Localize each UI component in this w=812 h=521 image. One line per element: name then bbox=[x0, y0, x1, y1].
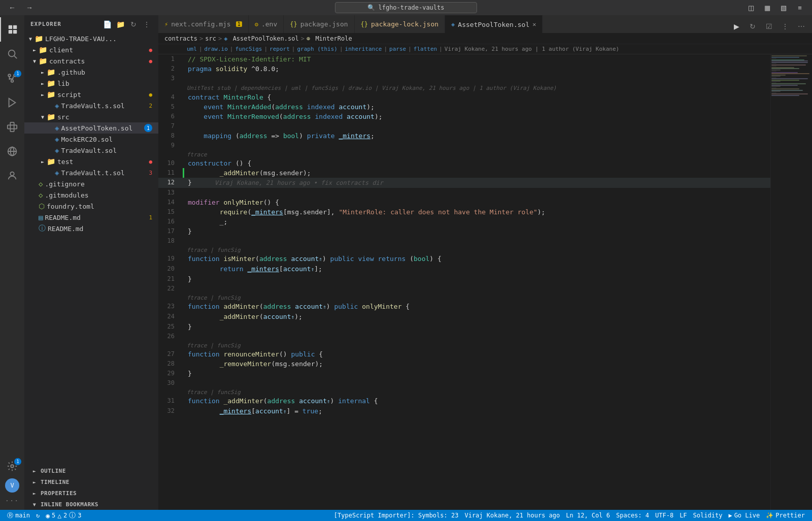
sidebar-item-readme[interactable]: ► ▤ README.md 1 bbox=[24, 212, 158, 223]
mm-line bbox=[771, 83, 806, 84]
annotation-text: ftrace | funcSig bbox=[187, 295, 241, 301]
close-tab-icon[interactable]: ✕ bbox=[532, 21, 536, 28]
status-cursor[interactable]: Ln 12, Col 6 bbox=[563, 510, 613, 521]
status-golive[interactable]: ▶ Go Live bbox=[725, 510, 763, 521]
bookmark-button[interactable]: ☑ bbox=[762, 20, 775, 33]
sidebar-item-contracts[interactable]: ▼ 📁 contracts ● bbox=[24, 55, 158, 67]
collapse-button[interactable]: ⋮ bbox=[141, 19, 152, 30]
breadcrumb-part[interactable]: contracts bbox=[164, 35, 197, 42]
activity-search[interactable] bbox=[0, 42, 24, 66]
more-button[interactable]: ⋯ bbox=[795, 20, 808, 33]
breadcrumb-part[interactable]: ◈ AssetPoolToken.sol bbox=[224, 35, 299, 42]
activity-extensions[interactable] bbox=[0, 115, 24, 139]
sol-icon: ◈ bbox=[55, 169, 59, 177]
status-line-ending[interactable]: LF bbox=[676, 510, 690, 521]
flatten-link[interactable]: flatten bbox=[414, 46, 437, 52]
uml-link[interactable]: uml bbox=[187, 46, 197, 52]
sidebar-item-tradevault-t[interactable]: ► ◈ TradeVault.t.sol 3 bbox=[24, 167, 158, 178]
code-line-8: 8 mapping (address => bool) private _min… bbox=[158, 131, 770, 141]
status-sync[interactable]: ↻ bbox=[33, 510, 43, 521]
sidebar-item-mockerc20[interactable]: ► ◈ MockERC20.sol bbox=[24, 134, 158, 145]
status-spaces[interactable]: Spaces: 4 bbox=[613, 510, 652, 521]
status-language[interactable]: Solidity bbox=[690, 510, 726, 521]
refresh-button[interactable]: ↻ bbox=[128, 19, 139, 30]
sidebar-item-tradevault-s[interactable]: ► ◈ TradeVault.s.sol 2 bbox=[24, 100, 158, 111]
layout2-button[interactable]: ▧ bbox=[776, 2, 791, 13]
sidebar-item-foundry[interactable]: ► ⬡ foundry.toml bbox=[24, 201, 158, 212]
breadcrumb-part[interactable]: src bbox=[205, 35, 216, 42]
token-bool: true bbox=[302, 407, 318, 415]
diff-button[interactable]: ⋮ bbox=[779, 20, 792, 33]
status-encoding[interactable]: UTF-8 bbox=[652, 510, 676, 521]
code-line-19: 19 function isMinter(address account⇑) p… bbox=[158, 254, 770, 264]
sidebar-item-assetpool[interactable]: ► ◈ AssetPoolToken.sol 1 bbox=[24, 122, 158, 134]
sidebar-content: ▼ 📁 LFGHO-TRADE-VAU... ► 📁 client ● ▼ 📁 … bbox=[24, 33, 158, 465]
token-fn: renounceMinter bbox=[223, 350, 279, 358]
search-bar[interactable]: 🔍 lfgho-trade-vaults bbox=[335, 2, 477, 13]
back-button[interactable]: ← bbox=[5, 2, 19, 13]
sidebar-item-script[interactable]: ► 📁 script ● bbox=[24, 89, 158, 100]
status-git-blame[interactable]: Viraj Kokane, 21 hours ago bbox=[461, 510, 563, 521]
sidebar-item-readme2[interactable]: ► ⓘ README.md bbox=[24, 223, 158, 234]
inheritance-link[interactable]: inheritance bbox=[345, 46, 382, 52]
token-keyword: event bbox=[204, 103, 223, 111]
new-folder-button[interactable]: 📁 bbox=[115, 19, 126, 30]
line-number: 11 bbox=[158, 168, 181, 178]
activity-settings[interactable]: 1 bbox=[0, 454, 24, 478]
drawio-link[interactable]: draw.io bbox=[205, 46, 228, 52]
tab-package-lock[interactable]: {} package-lock.json bbox=[355, 15, 446, 33]
token-vis: internal bbox=[338, 397, 370, 405]
report-link[interactable]: report bbox=[269, 46, 290, 52]
sidebar-item-src[interactable]: ▼ 📁 src bbox=[24, 111, 158, 122]
timeline-header[interactable]: ► TIMELINE bbox=[24, 476, 158, 487]
tab-assetpool[interactable]: ◈ AssetPoolToken.sol ✕ bbox=[445, 15, 543, 33]
sidebar-item-test[interactable]: ► 📁 test ● bbox=[24, 156, 158, 167]
status-prettier[interactable]: ✨ Prettier bbox=[763, 510, 808, 521]
status-branch[interactable]: Ⓡ main bbox=[4, 510, 33, 521]
sidebar-item-tradevault[interactable]: ► ◈ TradeVault.sol bbox=[24, 145, 158, 156]
code-line-5: 5 event MinterAdded(address indexed acco… bbox=[158, 102, 770, 112]
sidebar-item-client[interactable]: ► 📁 client ● bbox=[24, 44, 158, 55]
sidebar-item-root[interactable]: ▼ 📁 LFGHO-TRADE-VAU... bbox=[24, 33, 158, 44]
mm-line bbox=[771, 63, 776, 64]
activity-more[interactable]: ··· bbox=[0, 495, 24, 507]
sidebar-item-github[interactable]: ► 📁 .github bbox=[24, 67, 158, 78]
status-ts-importer[interactable]: [TypeScript Importer]: Symbols: 23 bbox=[331, 510, 462, 521]
activity-explorer[interactable] bbox=[0, 17, 24, 42]
svg-rect-2 bbox=[9, 30, 12, 34]
sidebar-item-label: .github bbox=[57, 69, 152, 76]
activity-run[interactable] bbox=[0, 90, 24, 115]
chevron-icon: ▼ bbox=[39, 114, 47, 120]
tab-next-config[interactable]: ⚡ next.config.mjs 1 bbox=[158, 15, 249, 33]
user-avatar[interactable]: V bbox=[5, 478, 19, 493]
history-button[interactable]: ↻ bbox=[746, 20, 759, 33]
tab-package-json[interactable]: {} package.json bbox=[284, 15, 354, 33]
bookmarks-header[interactable]: ▼ INLINE BOOKMARKS bbox=[24, 499, 158, 510]
line-number: 29 bbox=[158, 369, 181, 378]
outline-header[interactable]: ► OUTLINE bbox=[24, 465, 158, 476]
split-editor-button[interactable]: ◫ bbox=[744, 2, 758, 13]
chevron-icon: ► bbox=[39, 159, 47, 165]
run-button[interactable]: ▶ bbox=[730, 20, 743, 33]
tab-env[interactable]: ⚙ .env bbox=[249, 15, 284, 33]
graph-link[interactable]: graph (this) bbox=[297, 46, 337, 52]
layout-button[interactable]: ▦ bbox=[760, 2, 774, 13]
new-file-button[interactable]: 📄 bbox=[101, 19, 113, 30]
properties-header[interactable]: ► PROPERTIES bbox=[24, 487, 158, 499]
funcsigs-link[interactable]: funcSigs bbox=[235, 46, 262, 52]
sidebar-item-gitmodules[interactable]: ► ◇ .gitmodules bbox=[24, 189, 158, 201]
editor-main[interactable]: 1 // SPDX-License-Identifier: MIT 2 prag… bbox=[158, 54, 770, 510]
sidebar-item-gitignore[interactable]: ► ◇ .gitignore bbox=[24, 178, 158, 189]
line-content: // SPDX-License-Identifier: MIT bbox=[186, 54, 770, 64]
code-line-25: 25 } bbox=[158, 322, 770, 332]
settings-button[interactable]: ≡ bbox=[793, 2, 807, 13]
parse-link[interactable]: parse bbox=[389, 46, 406, 52]
status-errors[interactable]: ◉ 5 △ 2 ⓘ 3 bbox=[43, 510, 84, 521]
activity-git[interactable]: 1 bbox=[0, 66, 24, 90]
activity-accounts[interactable] bbox=[0, 164, 24, 188]
token-param: account bbox=[263, 313, 291, 320]
activity-remote[interactable] bbox=[0, 139, 24, 164]
forward-button[interactable]: → bbox=[22, 2, 37, 13]
sidebar-item-lib[interactable]: ► 📁 lib bbox=[24, 78, 158, 89]
code-line-6: 6 event MinterRemoved(address indexed ac… bbox=[158, 112, 770, 121]
